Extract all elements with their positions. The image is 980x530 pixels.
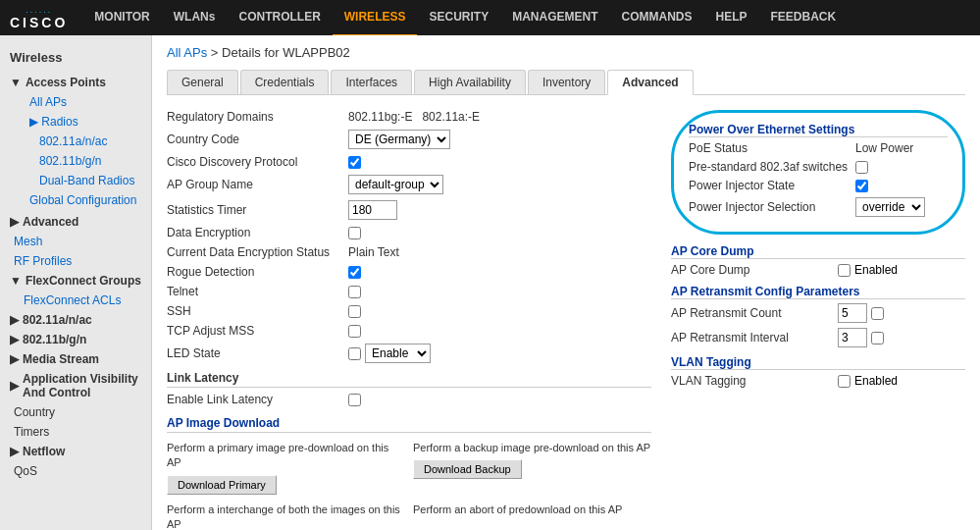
country-code-label: Country Code <box>167 132 348 146</box>
tab-general[interactable]: General <box>167 70 238 94</box>
data-encryption-checkbox[interactable] <box>348 227 361 239</box>
backup-download-desc: Perform a backup image pre-download on t… <box>413 441 651 455</box>
ap-retransmit-interval-input[interactable] <box>838 328 867 347</box>
enable-link-latency-checkbox[interactable] <box>348 394 361 406</box>
regulatory-domains-label: Regulatory Domains <box>167 110 348 124</box>
ap-core-dump-section: AP Core Dump AP Core Dump Enabled <box>671 244 965 277</box>
sidebar-item-mesh[interactable]: Mesh <box>0 232 151 251</box>
ssh-checkbox[interactable] <box>348 305 361 318</box>
power-injector-selection-select[interactable]: override installed <box>855 197 925 217</box>
sidebar-item-dual-band[interactable]: Dual-Band Radios <box>20 171 151 190</box>
sidebar-item-all-aps[interactable]: All APs <box>20 92 151 112</box>
sidebar-item-rf-profiles[interactable]: RF Profiles <box>0 251 151 271</box>
tcp-mss-row: TCP Adjust MSS <box>167 324 651 338</box>
download-backup-button[interactable]: Download Backup <box>413 459 522 479</box>
telnet-row: Telnet <box>167 285 651 298</box>
sidebar-item-global-config[interactable]: Global Configuration <box>20 190 151 210</box>
tab-advanced[interactable]: Advanced <box>607 70 693 95</box>
ap-retransmit-count-row: AP Retransmit Count <box>671 303 965 323</box>
cdp-row: Cisco Discovery Protocol <box>167 155 651 169</box>
sidebar-item-netflow[interactable]: ▶ Netflow <box>0 442 151 461</box>
tcp-mss-checkbox[interactable] <box>348 325 361 338</box>
ap-group-row: AP Group Name default-group <box>167 175 651 194</box>
ap-retransmit-interval-checkbox[interactable] <box>871 332 884 344</box>
abort-card: Perform an abort of predownload on this … <box>413 503 651 530</box>
rogue-detection-label: Rogue Detection <box>167 265 348 279</box>
sidebar-item-media-stream[interactable]: ▶ Media Stream <box>0 349 151 369</box>
ap-core-dump-title: AP Core Dump <box>671 244 965 259</box>
vlan-tagging-section: VLAN Tagging VLAN Tagging Enabled <box>671 355 965 388</box>
sidebar-item-80211bgn-group[interactable]: ▶ 802.11b/g/n <box>0 330 151 349</box>
poe-title: Power Over Ethernet Settings <box>689 123 948 137</box>
tab-interfaces[interactable]: Interfaces <box>331 70 412 94</box>
prestandard-checkbox[interactable] <box>855 161 868 174</box>
nav-help[interactable]: HELP <box>703 0 758 36</box>
cdp-checkbox[interactable] <box>348 156 361 169</box>
vlan-tagging-title: VLAN Tagging <box>671 355 965 370</box>
power-injector-selection-label: Power Injector Selection <box>689 200 855 214</box>
nav-management[interactable]: MANAGEMENT <box>500 0 609 36</box>
prestandard-row: Pre-standard 802.3af switches <box>689 160 948 174</box>
ssh-row: SSH <box>167 304 651 318</box>
expand-arrow-media: ▶ <box>10 352 19 366</box>
power-injector-state-row: Power Injector State <box>689 179 948 192</box>
poe-section: Power Over Ethernet Settings PoE Status … <box>671 110 965 235</box>
tab-high-availability[interactable]: High Availability <box>414 70 526 94</box>
ap-core-dump-checkbox[interactable] <box>838 264 851 277</box>
tab-credentials[interactable]: Credentials <box>240 70 330 94</box>
led-state-select[interactable]: Enable Disable <box>365 344 431 363</box>
led-state-checkbox[interactable] <box>348 347 361 360</box>
sidebar-item-radios[interactable]: ▶ Radios <box>20 112 151 132</box>
ap-group-label: AP Group Name <box>167 178 348 191</box>
sidebar-item-80211anac-group[interactable]: ▶ 802.11a/n/ac <box>0 310 151 330</box>
backup-download-card: Perform a backup image pre-download on t… <box>413 441 651 495</box>
nav-wlans[interactable]: WLANs <box>162 0 228 36</box>
ap-retransmit-count-input[interactable] <box>838 303 867 323</box>
sidebar-item-advanced[interactable]: ▶ Advanced <box>0 212 151 232</box>
nav-wireless[interactable]: WIRELESS <box>333 0 418 36</box>
vlan-tagging-checkbox[interactable] <box>838 375 851 388</box>
tab-bar: General Credentials Interfaces High Avai… <box>167 70 965 95</box>
download-primary-button[interactable]: Download Primary <box>167 475 277 495</box>
ap-core-dump-label: AP Core Dump <box>671 263 838 277</box>
nav-controller[interactable]: CONTROLLER <box>227 0 332 36</box>
expand-arrow-bgn: ▶ <box>10 333 19 346</box>
rogue-detection-checkbox[interactable] <box>348 266 361 279</box>
stats-timer-input[interactable] <box>348 200 397 220</box>
tcp-mss-label: TCP Adjust MSS <box>167 324 348 338</box>
tab-inventory[interactable]: Inventory <box>528 70 605 94</box>
data-encryption-row: Data Encryption <box>167 226 651 239</box>
link-latency-section: Link Latency Enable Link Latency <box>167 371 651 406</box>
sidebar-item-timers[interactable]: Timers <box>0 422 151 442</box>
primary-download-card: Perform a primary image pre-download on … <box>167 441 405 495</box>
sidebar-item-country[interactable]: Country <box>0 402 151 422</box>
right-column: Power Over Ethernet Settings PoE Status … <box>671 110 965 530</box>
ap-core-dump-row: AP Core Dump Enabled <box>671 263 965 277</box>
nav-security[interactable]: SECURITY <box>417 0 500 36</box>
sidebar-item-80211bgn[interactable]: 802.11b/g/n <box>20 151 151 171</box>
sidebar-item-access-points[interactable]: ▼ Access Points <box>0 73 151 92</box>
poe-status-value: Low Power <box>855 141 913 155</box>
breadcrumb-separator: > <box>211 45 222 60</box>
sidebar-item-flexconnect[interactable]: ▼ FlexConnect Groups <box>0 271 151 291</box>
nav-monitor[interactable]: MONITOR <box>82 0 161 36</box>
ap-image-download-section: AP Image Download Perform a primary imag… <box>167 416 651 530</box>
power-injector-selection-row: Power Injector Selection override instal… <box>689 197 948 217</box>
breadcrumb-all-aps[interactable]: All APs <box>167 45 207 60</box>
sidebar-item-80211anac[interactable]: 802.11a/n/ac <box>20 132 151 151</box>
ap-core-dump-suffix: Enabled <box>854 263 898 277</box>
interchange-desc: Perform a interchange of both the images… <box>167 503 405 530</box>
power-injector-state-checkbox[interactable] <box>855 180 868 192</box>
country-code-select[interactable]: DE (Germany) <box>348 130 450 149</box>
nav-commands[interactable]: COMMANDS <box>609 0 703 36</box>
sidebar-item-flexconnect-acls[interactable]: FlexConnect ACLs <box>0 291 151 310</box>
regulatory-domains-row: Regulatory Domains 802.11bg:-E 802.11a:-… <box>167 110 651 124</box>
ap-group-select[interactable]: default-group <box>348 175 443 194</box>
country-code-row: Country Code DE (Germany) <box>167 130 651 149</box>
nav-feedback[interactable]: FEEDBACK <box>759 0 849 36</box>
breadcrumb-current: Details for WLAPPB02 <box>222 45 350 60</box>
telnet-checkbox[interactable] <box>348 286 361 298</box>
sidebar-item-app-visibility[interactable]: ▶ Application Visibility And Control <box>0 369 151 402</box>
ap-retransmit-count-checkbox[interactable] <box>871 307 884 320</box>
sidebar-item-qos[interactable]: QoS <box>0 461 151 481</box>
